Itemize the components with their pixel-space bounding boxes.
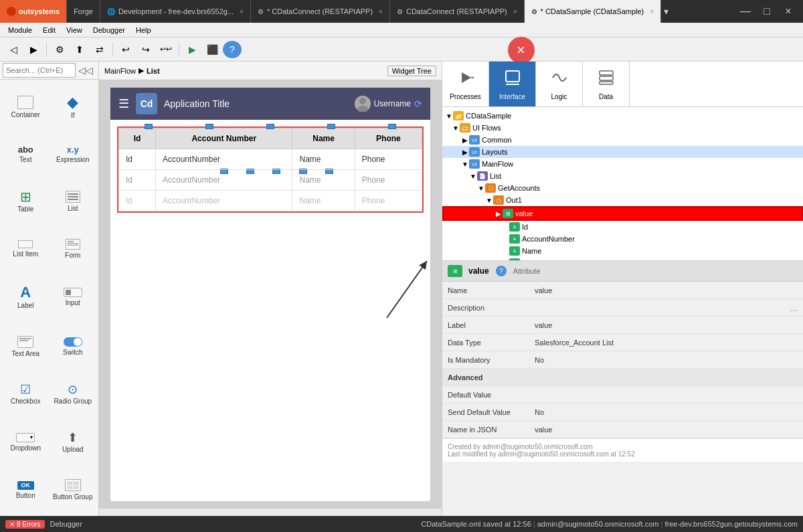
- minimize-btn[interactable]: —: [736, 2, 755, 21]
- tree-mainflow[interactable]: ▼ UI MainFlow: [442, 158, 803, 170]
- tab-dev-close[interactable]: ×: [240, 8, 244, 15]
- toolbar-forward[interactable]: ▶: [24, 41, 43, 58]
- toolbar-undo2[interactable]: ↩↩: [157, 41, 175, 58]
- tree-layouts[interactable]: ▶ UI Layouts: [442, 146, 803, 158]
- breadcrumb-mainflow[interactable]: MainFlow: [104, 67, 136, 75]
- nav-processes[interactable]: Processes: [442, 62, 489, 106]
- widget-switch[interactable]: Switch: [50, 323, 96, 369]
- debugger-btn[interactable]: Debugger: [50, 520, 82, 528]
- widget-if[interactable]: ◆ If: [50, 82, 96, 131]
- widget-checkbox[interactable]: ☑ Checkbox: [3, 371, 49, 418]
- toolbar-help[interactable]: ?: [223, 41, 242, 58]
- menu-help[interactable]: Help: [130, 26, 157, 34]
- tree-field-name[interactable]: ▶ ≡ Name: [442, 245, 803, 257]
- tree-value[interactable]: ▶ ⊞ value: [442, 206, 803, 221]
- toolbar: ◁ ▶ ⚙ ⬆ ⇄ ↩ ↪ ↩↩ ▶ ⬛ ? ×: [0, 37, 803, 62]
- widget-button[interactable]: OK Button: [3, 467, 49, 513]
- tab-overflow-btn[interactable]: ▾: [664, 6, 668, 17]
- widget-textarea[interactable]: Text Area: [3, 323, 49, 369]
- widget-library: ◁◁ Container ◆ If abo Text x.y Expressio…: [0, 62, 99, 516]
- close-btn[interactable]: ×: [779, 2, 798, 21]
- widget-list-item[interactable]: List Item: [3, 226, 49, 271]
- widget-expression[interactable]: x.y Expression: [50, 132, 96, 175]
- toolbar-undo[interactable]: ↩: [116, 41, 135, 58]
- tree-out1[interactable]: ▼ ◻ Out1: [442, 194, 803, 206]
- toolbar-publish[interactable]: ⬆: [70, 41, 89, 58]
- widget-dropdown[interactable]: ▾ Dropdown: [3, 419, 49, 465]
- prop-default-label: Default Value: [448, 391, 535, 399]
- col-id: Id: [119, 128, 156, 149]
- tree-common-icon: UI: [469, 135, 480, 145]
- tab-cdataconnect1-label: * CDataConnect (RESTAPIAPP): [267, 7, 373, 15]
- row2-phone: Phone: [355, 170, 422, 191]
- table-widget[interactable]: Id Account Number Name Phone Id AccountN…: [117, 126, 424, 213]
- toolbar-back[interactable]: ◁: [4, 41, 23, 58]
- widget-upload[interactable]: ⬆ Upload: [50, 419, 96, 465]
- tree-list-arrow: ▼: [469, 173, 477, 180]
- tab-cdataconnect1[interactable]: ⚙ * CDataConnect (RESTAPIAPP) ×: [251, 0, 390, 23]
- widget-radio[interactable]: ⊙ Radio Group: [50, 371, 96, 418]
- breadcrumb-list[interactable]: List: [147, 67, 160, 75]
- canvas[interactable]: ☰ Cd Application Title Username ⟳: [99, 80, 442, 509]
- widget-text[interactable]: abo Text: [3, 132, 49, 175]
- error-badge[interactable]: ✕ 8 Errors: [5, 520, 45, 529]
- toolbar-debug[interactable]: ▶: [183, 41, 201, 58]
- widget-input[interactable]: Input: [50, 273, 96, 322]
- search-area: ◁◁: [0, 62, 98, 80]
- tree-field-account[interactable]: ▶ ≡ AccountNumber: [442, 233, 803, 245]
- tree-mainflow-icon: UI: [469, 159, 480, 169]
- hamburger-icon: ☰: [118, 96, 129, 111]
- menu-module[interactable]: Module: [3, 26, 37, 34]
- nav-logic[interactable]: Logic: [536, 62, 583, 106]
- tab-outsystems[interactable]: outsystems: [0, 0, 67, 23]
- tree-field-account-arrow: ▶: [501, 236, 509, 243]
- table-label: Table: [17, 205, 33, 213]
- menu-view[interactable]: View: [61, 26, 88, 34]
- nav-interface[interactable]: Interface: [489, 62, 536, 106]
- collapse-btn[interactable]: ◁◁: [76, 64, 96, 77]
- tab-cdataconnect2-close[interactable]: ×: [513, 8, 517, 15]
- tree-getaccounts[interactable]: ▼ ⬡ GetAccounts: [442, 182, 803, 194]
- tab-forge[interactable]: Forge: [67, 0, 100, 23]
- widget-container[interactable]: Container: [3, 82, 49, 131]
- nav-data[interactable]: Data: [583, 62, 630, 106]
- widget-table[interactable]: ⊞ Table: [3, 177, 49, 225]
- button-group-label: Button Group: [53, 493, 92, 501]
- toolbar-compare[interactable]: ⇄: [90, 41, 109, 58]
- prop-send-default-label: Send Default Value: [448, 408, 535, 416]
- widget-label[interactable]: A Label: [3, 273, 49, 322]
- tree-list[interactable]: ▼ 📄 List: [442, 170, 803, 182]
- tab-cdatasample[interactable]: ⚙ * CDataSample (CDataSample) ×: [525, 0, 662, 23]
- widget-tree-btn[interactable]: Widget Tree: [387, 66, 436, 76]
- tab-cdatasample-close[interactable]: ×: [650, 8, 654, 15]
- widget-list[interactable]: List: [50, 177, 96, 225]
- tree-uiflows[interactable]: ▼ 🗂 UI Flows: [442, 122, 803, 134]
- prop-mandatory-value: No: [535, 356, 798, 364]
- tree-field-id[interactable]: ▶ ≡ Id: [442, 221, 803, 233]
- list-icon: [66, 191, 80, 203]
- widget-button-group[interactable]: Button Group: [50, 467, 96, 513]
- prop-label-value: value: [535, 321, 798, 329]
- widget-form[interactable]: Form: [50, 226, 96, 271]
- tab-dev[interactable]: 🌐 Development - free-dev.brs6552g... ×: [100, 0, 251, 23]
- tree-uiflows-arrow: ▼: [452, 124, 460, 132]
- tab-cdataconnect1-close[interactable]: ×: [379, 8, 383, 15]
- menu-edit[interactable]: Edit: [37, 26, 61, 34]
- tab-cdataconnect2[interactable]: ⚙ CDataConnect (RESTAPIAPP) ×: [390, 0, 525, 23]
- form-icon: [66, 239, 80, 250]
- toolbar-redo[interactable]: ↪: [137, 41, 155, 58]
- tree-root[interactable]: ▼ 📁 CDataSample: [442, 110, 803, 122]
- props-help-btn[interactable]: ?: [496, 266, 507, 276]
- maximize-btn[interactable]: □: [757, 2, 776, 21]
- close-action-btn[interactable]: ×: [508, 37, 535, 64]
- center-panel: MainFlow ▶ List Widget Tree: [99, 62, 442, 516]
- menu-debugger[interactable]: Debugger: [88, 26, 130, 34]
- tree-common[interactable]: ▶ UI Common: [442, 134, 803, 146]
- tab-cdataconnect2-label: CDataConnect (RESTAPIAPP): [406, 7, 507, 15]
- search-input[interactable]: [3, 63, 76, 78]
- toolbar-settings[interactable]: ⚙: [50, 41, 69, 58]
- svg-point-1: [357, 106, 368, 112]
- toolbar-stop[interactable]: ⬛: [203, 41, 221, 58]
- right-nav: Processes Interface Logic Data: [442, 62, 803, 107]
- tree-getaccounts-icon: ⬡: [485, 183, 496, 193]
